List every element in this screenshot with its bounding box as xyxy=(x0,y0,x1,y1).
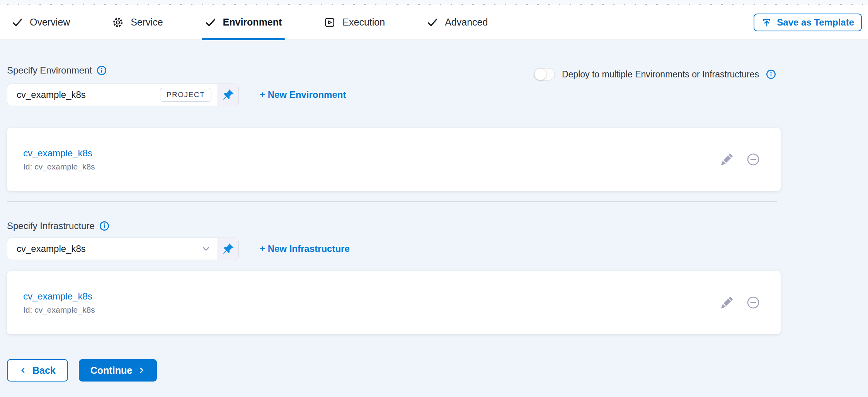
check-icon xyxy=(427,17,438,28)
tab-label: Service xyxy=(131,17,163,28)
environment-card-title-link[interactable]: cv_example_k8s xyxy=(23,148,92,159)
environment-pin-button[interactable] xyxy=(217,84,238,106)
infrastructure-selected-value: cv_example_k8s xyxy=(17,243,196,254)
continue-label: Continue xyxy=(90,365,132,376)
info-icon[interactable] xyxy=(99,221,109,231)
pencil-icon xyxy=(721,297,733,308)
minus-circle-icon xyxy=(747,153,760,166)
pin-icon xyxy=(222,243,234,255)
infrastructure-pin-button[interactable] xyxy=(217,238,238,260)
specify-environment-block: Specify Environment PROJECT xyxy=(7,65,346,106)
back-button[interactable]: Back xyxy=(7,359,68,382)
environment-input[interactable] xyxy=(17,89,155,100)
tab-advanced[interactable]: Advanced xyxy=(424,5,491,39)
info-icon[interactable] xyxy=(97,65,107,75)
chevron-down-icon xyxy=(201,243,211,254)
save-as-template-button[interactable]: Save as Template xyxy=(754,14,862,31)
environment-card-actions xyxy=(721,153,760,166)
infrastructure-card-id: Id: cv_example_k8s xyxy=(23,305,95,315)
footer-navigation: Back Continue xyxy=(7,359,868,382)
infrastructure-card-actions xyxy=(721,296,760,309)
infrastructure-select[interactable]: cv_example_k8s xyxy=(7,238,217,260)
multi-deploy-toggle-label: Deploy to multiple Environments or Infra… xyxy=(562,69,759,80)
info-icon[interactable] xyxy=(766,69,776,79)
chevron-left-icon xyxy=(19,366,27,374)
play-square-icon xyxy=(323,16,336,29)
toggle-knob xyxy=(534,68,546,80)
stage-tabs: Overview Service Environment xyxy=(9,5,491,39)
multi-deploy-toggle-row: Deploy to multiple Environments or Infra… xyxy=(534,68,776,80)
check-icon xyxy=(12,17,23,28)
section-divider xyxy=(7,201,777,202)
stage-tab-bar: Overview Service Environment xyxy=(0,5,868,40)
minus-circle-icon xyxy=(747,296,760,309)
pin-icon xyxy=(222,89,234,101)
environment-input-group: PROJECT xyxy=(7,84,239,106)
infrastructure-card-title-link[interactable]: cv_example_k8s xyxy=(23,291,92,302)
tab-execution[interactable]: Execution xyxy=(320,5,388,39)
edit-infrastructure-button[interactable] xyxy=(721,297,733,308)
tab-label: Execution xyxy=(342,17,385,28)
tab-service[interactable]: Service xyxy=(109,5,166,39)
save-as-template-label: Save as Template xyxy=(777,17,854,28)
environment-value-box: PROJECT xyxy=(7,84,217,106)
infrastructure-card-text: cv_example_k8s Id: cv_example_k8s xyxy=(23,291,95,315)
multi-deploy-toggle[interactable] xyxy=(534,68,555,80)
environment-tab-panel: Specify Environment PROJECT xyxy=(0,40,868,382)
new-environment-link[interactable]: + New Environment xyxy=(260,89,346,100)
specify-infrastructure-label: Specify Infrastructure xyxy=(7,221,95,231)
tab-label: Environment xyxy=(223,17,282,28)
chevron-right-icon xyxy=(138,366,145,374)
remove-environment-button[interactable] xyxy=(747,153,760,166)
gear-icon xyxy=(112,16,124,29)
back-label: Back xyxy=(32,365,56,376)
edit-environment-button[interactable] xyxy=(721,154,733,165)
scope-badge: PROJECT xyxy=(160,88,211,102)
dotted-top-border xyxy=(0,0,868,5)
infrastructure-card: cv_example_k8s Id: cv_example_k8s xyxy=(7,271,781,334)
specify-environment-label: Specify Environment xyxy=(7,65,92,76)
environment-card-id: Id: cv_example_k8s xyxy=(23,162,95,171)
new-infrastructure-link[interactable]: + New Infrastructure xyxy=(260,243,350,254)
upload-icon xyxy=(761,17,772,28)
check-icon xyxy=(205,17,216,28)
remove-infrastructure-button[interactable] xyxy=(747,296,760,309)
environment-card: cv_example_k8s Id: cv_example_k8s xyxy=(7,128,781,191)
tab-label: Advanced xyxy=(445,17,488,28)
continue-button[interactable]: Continue xyxy=(79,359,157,382)
tab-label: Overview xyxy=(30,17,70,28)
tab-overview[interactable]: Overview xyxy=(9,5,73,39)
environment-card-text: cv_example_k8s Id: cv_example_k8s xyxy=(23,148,95,171)
tab-environment[interactable]: Environment xyxy=(202,5,285,39)
infrastructure-select-group: cv_example_k8s xyxy=(7,238,239,260)
pencil-icon xyxy=(721,154,733,165)
